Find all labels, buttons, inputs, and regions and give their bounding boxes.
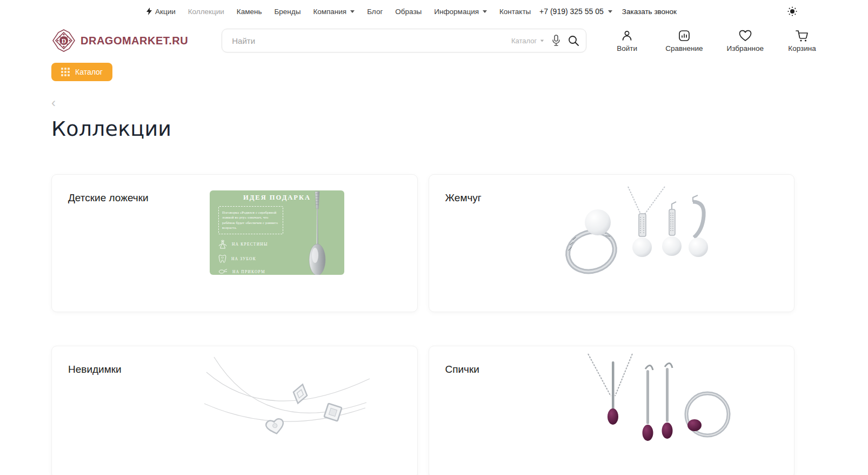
cart-button[interactable]: Корзина [787,29,817,52]
nav-label: Компания [313,8,346,16]
tooth-icon [218,254,226,263]
nav-item-info[interactable]: Информация [434,8,487,16]
nav-label: Образы [395,8,422,16]
back-button[interactable]: ‹ [51,97,62,108]
collection-title: Жемчуг [445,192,482,204]
header: D DRAGOMARKET.RU Каталог [0,23,868,61]
grid-icon [61,68,70,76]
banner-row-label: НА ПРИКОРМ [232,269,265,274]
phone-group: +7 (919) 325 55 05 Заказать звонок [539,7,677,16]
chevron-down-icon [483,10,487,13]
banner-row-label: НА КРЕСТИНЫ [232,242,268,247]
nav-item-brands[interactable]: Бренды [274,8,301,16]
phone-text: +7 (919) 325 55 05 [539,7,604,16]
nav-item-promos[interactable]: Акции [146,8,176,16]
search-bar: Каталог [222,29,586,52]
nav-item-contacts[interactable]: Контакты [499,8,531,16]
nav-label: Информация [434,8,479,16]
nav-label: Акции [155,8,176,16]
banner-row-label: НА ЗУБОК [231,256,256,261]
collection-title: Спички [445,364,479,375]
catalog-button-label: Каталог [75,68,103,76]
chevron-down-icon [540,39,544,42]
collection-card-baby-spoons[interactable]: Детские ложечки ИДЕЯ ПОДАРКА Поговорка «… [51,174,418,312]
collection-card-invisible-necklaces[interactable]: Невидимки [51,346,418,475]
theme-toggle-button[interactable] [787,6,797,16]
nav-label: Контакты [499,8,531,16]
search-icon[interactable] [568,35,579,46]
match-jewelry-image [580,354,743,451]
compare-button[interactable]: Сравнение [665,29,703,52]
pearl-jewelry-image [559,187,716,287]
banner-note: Поговорка «Родился с серебряной ложкой в… [218,206,283,234]
sun-icon [787,6,797,16]
lightning-icon [146,8,152,15]
action-label: Избранное [727,44,764,52]
action-label: Войти [617,44,637,52]
nav-item-company[interactable]: Компания [313,8,355,16]
login-button[interactable]: Войти [612,29,642,52]
chevron-down-icon [608,10,612,13]
action-label: Сравнение [665,44,703,52]
baby-spoons-banner-image: ИДЕЯ ПОДАРКА Поговорка «Родился с серебр… [210,190,344,275]
invisible-necklaces-image [204,356,372,443]
collections-grid-row-2: Невидимки Спички [51,346,794,475]
logo-text: DRAGOMARKET.RU [81,35,188,47]
compare-chart-icon [678,29,691,42]
logo-icon: D [51,28,76,53]
nav-item-blog[interactable]: Блог [367,8,383,16]
silver-spoon-image [305,190,329,275]
nav-item-stone[interactable]: Камень [237,8,262,16]
chevron-down-icon [350,10,355,13]
user-icon [620,29,633,42]
header-actions: Войти Сравнение Избранное Корзина [612,29,817,52]
collection-title: Детские ложечки [68,192,149,204]
feeding-icon [218,268,228,275]
action-label: Корзина [788,44,816,52]
topbar: Акции Коллекции Камень Бренды Компания Б… [0,0,868,23]
logo[interactable]: D DRAGOMARKET.RU [51,28,188,53]
collections-grid-row-1: Детские ложечки ИДЕЯ ПОДАРКА Поговорка «… [51,174,794,312]
top-navigation: Акции Коллекции Камень Бренды Компания Б… [146,8,531,16]
nav-label: Блог [367,8,383,16]
phone-number[interactable]: +7 (919) 325 55 05 [539,7,612,16]
search-category-label: Каталог [511,37,537,45]
collection-card-pearls[interactable]: Жемчуг [429,174,795,312]
catalog-button[interactable]: Каталог [51,63,112,81]
favorites-button[interactable]: Избранное [727,29,764,52]
search-category-dropdown[interactable]: Каталог [511,37,544,45]
collection-title: Невидимки [68,364,122,375]
collection-card-matches[interactable]: Спички [429,346,795,475]
search-extras: Каталог [511,29,579,52]
nav-label: Коллекции [188,8,224,16]
microphone-icon[interactable] [552,35,560,47]
logo-letter: D [62,37,66,45]
nav-item-collections[interactable]: Коллекции [188,8,224,16]
cart-icon [795,29,809,42]
request-call-link[interactable]: Заказать звонок [622,8,677,16]
page-title: Коллекции [51,117,868,141]
nav-label: Камень [237,8,262,16]
nav-item-looks[interactable]: Образы [395,8,422,16]
heart-icon [738,29,752,42]
angel-icon [218,240,227,249]
nav-label: Бренды [274,8,301,16]
